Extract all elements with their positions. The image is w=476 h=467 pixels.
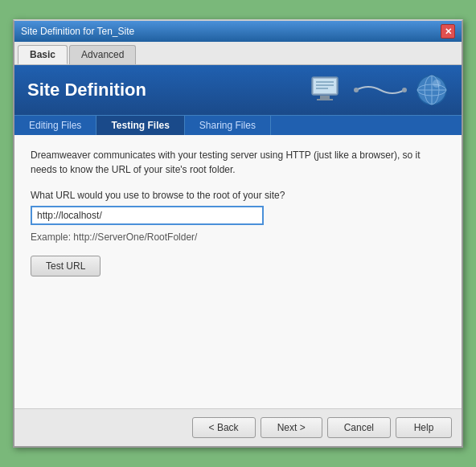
content-area: Dreamweaver communicates with your testi… <box>14 135 462 408</box>
header-banner: Site Definition <box>14 65 462 115</box>
close-button[interactable]: ✕ <box>441 24 455 39</box>
outer-tabs: Basic Advanced <box>14 42 462 65</box>
computer-icon <box>310 76 346 104</box>
main-window: Site Definition for Ten_Site ✕ Basic Adv… <box>13 19 463 448</box>
svg-rect-1 <box>314 79 336 93</box>
url-input[interactable] <box>31 206 264 225</box>
svg-point-7 <box>354 88 359 92</box>
sub-tabs-bar: Editing Files Testing Files Sharing File… <box>14 115 462 135</box>
test-url-button[interactable]: Test URL <box>31 256 101 277</box>
help-button[interactable]: Help <box>396 417 452 438</box>
cable-icon <box>352 82 408 98</box>
svg-rect-2 <box>320 96 330 99</box>
svg-point-14 <box>433 80 441 88</box>
cancel-button[interactable]: Cancel <box>327 417 391 438</box>
tab-basic[interactable]: Basic <box>18 45 68 64</box>
footer: < Back Next > Cancel Help <box>14 408 462 446</box>
header-icons <box>310 73 449 107</box>
header-title: Site Definition <box>27 80 146 100</box>
sub-tab-editing-files[interactable]: Editing Files <box>14 116 96 135</box>
tab-advanced[interactable]: Advanced <box>69 45 136 64</box>
back-button[interactable]: < Back <box>192 417 256 438</box>
url-field-label: What URL would you use to browse to the … <box>31 190 445 201</box>
description-text: Dreamweaver communicates with your testi… <box>31 148 445 177</box>
sub-tab-sharing-files[interactable]: Sharing Files <box>185 116 271 135</box>
window-title: Site Definition for Ten_Site <box>21 26 134 37</box>
sub-tab-testing-files[interactable]: Testing Files <box>96 116 184 135</box>
next-button[interactable]: Next > <box>261 417 322 438</box>
example-text: Example: http://ServerOne/RootFolder/ <box>31 231 445 243</box>
svg-point-8 <box>402 88 407 92</box>
svg-rect-3 <box>317 99 333 100</box>
globe-icon <box>415 73 449 107</box>
title-bar: Site Definition for Ten_Site ✕ <box>14 21 462 42</box>
